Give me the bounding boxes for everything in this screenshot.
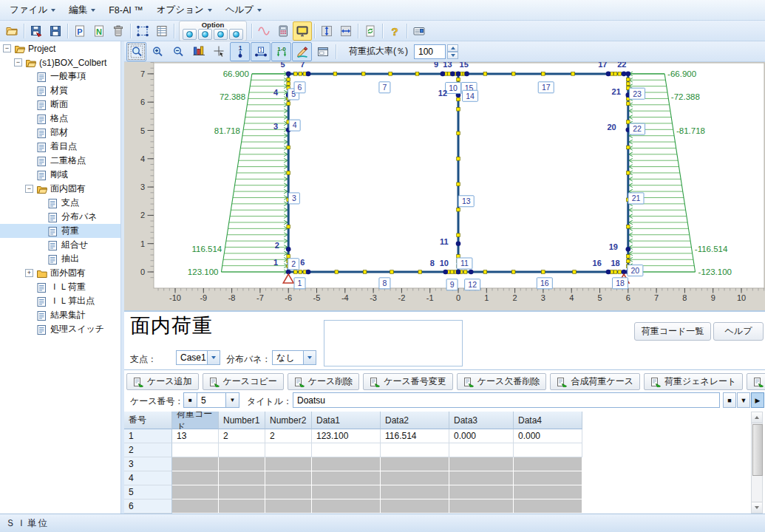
sidebar-item-material[interactable]: 材質 [0, 83, 120, 98]
menu-item-options[interactable]: オプション [150, 1, 219, 19]
cell-r3c3[interactable] [265, 457, 312, 471]
case-add-button[interactable]: ケース追加 [126, 373, 199, 390]
sidebar-item-extraction[interactable]: 抽出 [0, 252, 120, 266]
case-gap-delete-button[interactable]: ケース欠番削除 [457, 373, 547, 390]
option-toggle-1[interactable] [183, 29, 197, 40]
load-generate-button[interactable]: 荷重ジェネレート [644, 373, 743, 390]
sidebar-item-result-summary[interactable]: 結果集計 [0, 308, 120, 322]
col-header-3[interactable]: Number2 [265, 412, 312, 429]
sidebar-item-combination[interactable]: 組合せ [0, 238, 120, 252]
option-toggle-3[interactable] [214, 29, 228, 40]
cell-r1c5[interactable]: 116.514 [381, 429, 449, 443]
scroll-up-button[interactable] [752, 412, 762, 423]
option-toggle-2[interactable] [198, 29, 212, 40]
sidebar-item-focus-point[interactable]: 着目点 [0, 140, 120, 154]
row-header-5[interactable]: 5 [124, 485, 172, 499]
cell-r2c5[interactable] [381, 443, 449, 457]
sidebar-item-in-plane[interactable]: −面内固有 [0, 182, 120, 196]
combo-arrow[interactable] [207, 351, 220, 364]
sidebar-item-dist-spring[interactable]: 分布バネ [0, 210, 120, 224]
cell-r1c2[interactable]: 2 [219, 429, 265, 443]
col-header-5[interactable]: Data2 [381, 412, 449, 429]
refresh-data-button[interactable] [361, 21, 380, 41]
calculator-button[interactable] [273, 21, 293, 41]
cell-r6c4[interactable] [312, 499, 381, 514]
case-spin-stop-button[interactable]: ■ [184, 393, 197, 407]
case-copy-button[interactable]: ケースコピー [203, 373, 284, 390]
support-case-combo[interactable]: Case1 [176, 350, 220, 365]
col-header-2[interactable]: Number1 [219, 412, 265, 429]
cell-r3c4[interactable] [312, 457, 381, 471]
col-header-7[interactable]: Data4 [514, 412, 582, 429]
option-toggle-4[interactable] [229, 29, 243, 40]
menu-item-f8-ai[interactable]: F8-AI ™ [102, 2, 150, 18]
case-number-value[interactable]: 5 [197, 393, 225, 407]
sidebar-item-load[interactable]: 荷重 [0, 224, 120, 238]
report-n-button[interactable]: N [89, 21, 109, 41]
cell-r4c4[interactable] [312, 471, 381, 485]
sidebar-item-section[interactable]: 断面 [0, 98, 120, 112]
cell-r3c1[interactable] [172, 457, 219, 471]
drawing-canvas[interactable]: -10-9-8-7-6-5-4-3-2-10123456789100123456… [124, 62, 765, 310]
sidebar-item-il-load[interactable]: ＩＬ荷重 [0, 280, 120, 294]
zoom-in-button[interactable] [147, 42, 167, 61]
row-header-3[interactable]: 3 [124, 457, 172, 471]
sidebar-item-double-node[interactable]: 二重格点 [0, 154, 120, 168]
cell-r2c3[interactable] [265, 443, 312, 457]
nav-next-button[interactable]: ▶ [751, 392, 764, 408]
col-header-1[interactable]: 荷重コード [172, 412, 219, 429]
collapse-icon[interactable]: − [14, 58, 22, 66]
cell-r4c6[interactable] [449, 471, 514, 485]
load-code-list-button[interactable]: 荷重コード一覧 [634, 322, 711, 341]
cell-r3c2[interactable] [219, 457, 265, 471]
delete-button[interactable] [109, 21, 128, 41]
sidebar-item-box-colbert[interactable]: −(s1)BOX_Colbert [0, 55, 120, 69]
cell-r2c1[interactable] [172, 443, 219, 457]
case-spin-down-button[interactable]: ▼ [225, 393, 239, 407]
case-title-input[interactable] [293, 392, 720, 408]
menu-item-help[interactable]: ヘルプ [219, 1, 268, 19]
zoom-out-button[interactable] [168, 42, 188, 61]
save-button[interactable] [46, 21, 65, 41]
row-header-1[interactable]: 1 [124, 429, 172, 443]
reverse-load-generate-button[interactable]: 反転荷重ジェネレート [747, 373, 765, 390]
row-header-4[interactable]: 4 [124, 471, 172, 485]
table-input-button[interactable] [152, 21, 171, 41]
case-delete-button[interactable]: ケース削除 [288, 373, 360, 390]
sidebar-item-il-calc-point[interactable]: ＩＬ算出点 [0, 294, 120, 308]
sidebar-item-out-plane[interactable]: +面外固有 [0, 266, 120, 280]
cell-r5c2[interactable] [219, 485, 265, 499]
menu-item-file[interactable]: ファイル [3, 1, 62, 19]
cell-r5c4[interactable] [312, 485, 381, 499]
cell-r1c7[interactable]: 0.000 [514, 429, 582, 443]
cell-r6c7[interactable] [514, 499, 582, 514]
report-p-button[interactable]: P [70, 21, 89, 41]
display-settings-button[interactable] [188, 42, 208, 61]
fit-horizontal-button[interactable] [336, 21, 356, 41]
sidebar-item-member[interactable]: 部材 [0, 126, 120, 140]
cell-r6c2[interactable] [219, 499, 265, 514]
fit-vertical-button[interactable] [317, 21, 336, 41]
composite-load-case-button[interactable]: 合成荷重ケース [550, 373, 640, 390]
cell-r5c3[interactable] [265, 485, 312, 499]
collapse-icon[interactable]: − [25, 185, 33, 193]
sidebar-item-general[interactable]: 一般事項 [0, 69, 120, 83]
spring-combo[interactable]: なし [272, 350, 316, 365]
node-numbers-button[interactable]: 1 [230, 42, 250, 61]
cell-r2c6[interactable] [449, 443, 514, 457]
sidebar-item-rigid-zone[interactable]: 剛域 [0, 168, 120, 182]
cell-r5c7[interactable] [514, 485, 582, 499]
cell-r5c5[interactable] [381, 485, 449, 499]
col-header-6[interactable]: Data3 [449, 412, 514, 429]
wave-display-button[interactable] [254, 21, 273, 41]
nav-down-button[interactable]: ▼ [737, 392, 750, 408]
cell-r6c1[interactable] [172, 499, 219, 514]
cell-r4c5[interactable] [381, 471, 449, 485]
cell-r2c2[interactable] [219, 443, 265, 457]
member-numbers-button[interactable]: 1 [251, 42, 271, 61]
scale-up-button[interactable] [447, 44, 458, 52]
case-renumber-button[interactable]: ケース番号変更 [363, 373, 453, 390]
cell-r1c1[interactable]: 13 [172, 429, 219, 443]
row-header-6[interactable]: 6 [124, 499, 172, 514]
sidebar-item-grid-point[interactable]: 格点 [0, 112, 120, 126]
